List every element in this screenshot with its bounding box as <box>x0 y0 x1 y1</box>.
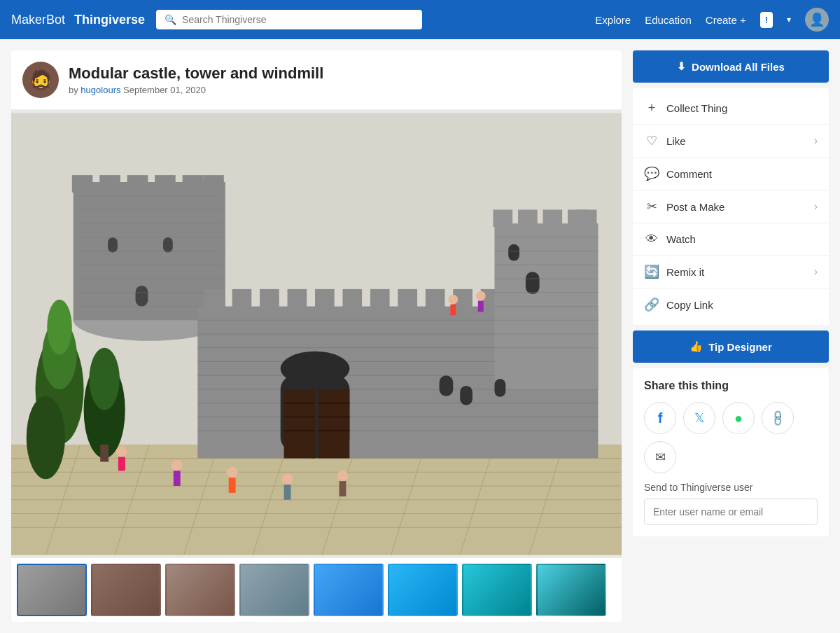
whatsapp-icon: ● <box>734 410 743 426</box>
watch-icon: 👁 <box>644 232 659 246</box>
svg-rect-103 <box>174 471 181 486</box>
action-card: + Collect Thing ♡ Like › 💬 Comment <box>633 88 829 325</box>
svg-rect-64 <box>284 389 315 459</box>
thing-title: Modular castle, tower and windmill <box>69 64 323 83</box>
facebook-icon: f <box>658 410 663 426</box>
svg-rect-98 <box>100 445 108 462</box>
svg-rect-109 <box>340 481 346 496</box>
nav-education[interactable]: Education <box>645 14 692 26</box>
svg-rect-53 <box>370 289 390 309</box>
svg-rect-21 <box>127 175 148 193</box>
thumbnail-2[interactable] <box>91 564 161 616</box>
site-logo[interactable]: MakerBot Thingiverse <box>11 13 145 27</box>
castle-svg <box>11 110 622 558</box>
thumb-inner-7 <box>463 565 531 615</box>
collect-label: Collect Thing <box>666 102 727 114</box>
download-all-button[interactable]: ⬇ Download All Files <box>633 50 829 83</box>
whatsapp-share-button[interactable]: ● <box>722 402 755 434</box>
thumbnail-6[interactable] <box>388 564 458 616</box>
svg-rect-47 <box>204 289 224 309</box>
thumbnail-1[interactable] <box>17 564 87 616</box>
svg-rect-101 <box>118 457 125 471</box>
svg-rect-25 <box>136 286 148 307</box>
svg-point-108 <box>337 470 349 481</box>
copy-link-item[interactable]: 🔗 Copy Link <box>633 288 829 321</box>
thumb-inner-5 <box>315 565 382 615</box>
collect-icon: + <box>644 101 659 116</box>
watch-item[interactable]: 👁 Watch <box>633 223 829 256</box>
thumb-inner-2 <box>92 565 160 615</box>
like-icon: ♡ <box>644 133 659 148</box>
tip-designer-button[interactable]: 👍 Tip Designer <box>633 331 829 363</box>
svg-point-104 <box>227 466 238 478</box>
svg-rect-78 <box>526 272 540 294</box>
user-avatar[interactable]: 👤 <box>805 8 829 32</box>
svg-rect-51 <box>315 289 335 309</box>
svg-rect-52 <box>342 289 362 309</box>
notification-button[interactable]: ! <box>760 12 773 28</box>
brand-makerbot: MakerBot <box>11 13 65 27</box>
svg-rect-24 <box>203 175 224 193</box>
copy-url-button[interactable]: 🔗 <box>762 402 794 434</box>
email-share-button[interactable]: ✉ <box>644 441 676 473</box>
main-content: 🧔 Modular castle, tower and windmill by … <box>11 50 622 622</box>
svg-rect-22 <box>155 175 176 193</box>
chain-link-icon: 🔗 <box>768 408 788 428</box>
post-make-item[interactable]: ✂ Post a Make › <box>633 190 829 223</box>
share-icons-row2: ✉ <box>644 441 818 473</box>
comment-item[interactable]: 💬 Comment <box>633 158 829 190</box>
nav-create[interactable]: Create + <box>706 14 746 26</box>
comment-label: Comment <box>666 168 712 180</box>
svg-point-100 <box>116 446 127 457</box>
svg-point-106 <box>282 473 293 485</box>
svg-rect-26 <box>108 237 118 253</box>
watch-label: Watch <box>666 233 696 245</box>
nav-explore[interactable]: Explore <box>595 14 631 26</box>
post-make-icon: ✂ <box>644 199 659 214</box>
thumbnail-5[interactable] <box>314 564 384 616</box>
twitter-icon: 𝕏 <box>694 410 705 426</box>
search-input[interactable] <box>182 14 414 25</box>
svg-point-112 <box>476 291 486 301</box>
thumb-inner-6 <box>389 565 456 615</box>
like-item[interactable]: ♡ Like › <box>633 125 829 158</box>
thumbnail-3[interactable] <box>165 564 235 616</box>
remix-label: Remix it <box>666 266 704 278</box>
svg-rect-55 <box>426 289 445 309</box>
facebook-share-button[interactable]: f <box>644 402 676 434</box>
copy-link-icon: 🔗 <box>644 297 659 312</box>
nav-right: Explore Education Create + ! ▾ 👤 <box>595 8 829 32</box>
collect-thing-item[interactable]: + Collect Thing <box>633 92 829 125</box>
send-to-user-input[interactable] <box>644 499 818 525</box>
search-bar[interactable]: 🔍 <box>156 10 422 29</box>
navbar: MakerBot Thingiverse 🔍 Explore Education… <box>0 0 840 39</box>
svg-rect-48 <box>232 289 252 309</box>
svg-rect-19 <box>72 175 93 193</box>
svg-rect-23 <box>183 175 204 193</box>
thumbnail-8[interactable] <box>536 564 606 616</box>
remix-item[interactable]: 🔄 Remix it › <box>633 256 829 288</box>
send-label: Send to Thingiverse user <box>644 482 818 493</box>
svg-rect-73 <box>493 209 513 227</box>
svg-rect-89 <box>440 375 454 396</box>
thing-date: September 01, 2020 <box>123 85 206 95</box>
page-container: 🧔 Modular castle, tower and windmill by … <box>0 39 840 633</box>
thumbnail-7[interactable] <box>462 564 532 616</box>
svg-rect-77 <box>578 209 597 227</box>
twitter-share-button[interactable]: 𝕏 <box>683 402 715 434</box>
thumb-inner-4 <box>241 565 308 615</box>
thing-header: 🧔 Modular castle, tower and windmill by … <box>11 50 622 110</box>
dropdown-arrow-icon[interactable]: ▾ <box>787 15 791 25</box>
share-card: Share this thing f 𝕏 ● 🔗 ✉ <box>633 368 829 536</box>
svg-rect-74 <box>518 209 538 227</box>
thumbnail-4[interactable] <box>239 564 309 616</box>
svg-rect-79 <box>508 244 519 261</box>
svg-rect-27 <box>163 237 173 253</box>
download-label: Download All Files <box>692 61 785 73</box>
svg-point-110 <box>448 295 458 305</box>
tip-icon: 👍 <box>690 340 703 353</box>
svg-rect-54 <box>398 289 417 309</box>
remix-icon: 🔄 <box>644 264 659 279</box>
svg-rect-90 <box>460 386 472 405</box>
author-link[interactable]: hugolours <box>80 85 120 95</box>
